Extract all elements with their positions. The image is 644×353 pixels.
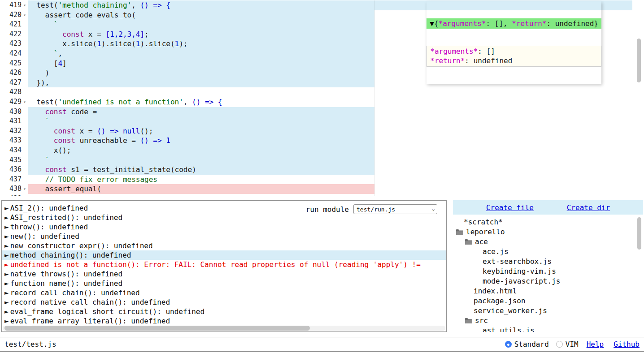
code-editor[interactable]: 419▾420▾421422423424425426427428429▾4304…	[0, 0, 644, 196]
value-inspector-tooltip: ▼{*arguments*: [], *return*: undefined} …	[426, 1, 601, 84]
run-module-select[interactable]: test/run.js	[353, 204, 437, 214]
fold-marker-icon[interactable]: ▾	[22, 184, 28, 194]
tree-item-leporello[interactable]: leporello	[453, 227, 643, 237]
tooltip-header[interactable]: ▼{*arguments*: [], *return*: undefined}	[426, 18, 601, 29]
tooltip-row: *arguments*: []	[430, 47, 598, 56]
gutter-line: 426	[0, 68, 28, 78]
result-label: undefined is not a function(): Error: FA…	[10, 260, 421, 269]
file-browser-header: Create file Create dir	[453, 200, 643, 215]
result-row[interactable]: ►ASI_restrited(): undefined	[2, 213, 446, 222]
tooltip-token: : undefined}	[546, 19, 598, 28]
code-line[interactable]: const x = () => null();	[28, 126, 632, 136]
fold-marker-icon[interactable]: ▾	[22, 0, 28, 10]
expand-arrow-icon[interactable]: ►	[4, 223, 9, 231]
expand-arrow-icon[interactable]: ►	[4, 298, 9, 306]
code-line[interactable]: `	[28, 155, 632, 165]
code-line[interactable]: test('undefined is not a function', () =…	[28, 97, 632, 107]
file-name: service_worker.js	[474, 306, 547, 316]
create-dir-link[interactable]: Create dir	[567, 203, 610, 212]
tree-item-package-json[interactable]: package.json	[453, 296, 643, 306]
code-line[interactable]	[28, 87, 632, 97]
result-label: native throws(): undefined	[10, 270, 122, 278]
create-file-link[interactable]: Create file	[486, 203, 534, 212]
code-token: const	[45, 165, 67, 174]
collapse-triangle-icon[interactable]: ▼	[430, 19, 434, 28]
code-token: ,	[183, 98, 192, 106]
fold-marker-icon[interactable]: ▾	[22, 97, 28, 107]
result-row[interactable]: ►method chaining(): undefined	[2, 250, 446, 260]
mode-option-vim[interactable]: VIM	[556, 340, 579, 349]
tree-item-src[interactable]: src	[453, 316, 643, 326]
tree-item-scratch[interactable]: *scratch*	[453, 217, 643, 227]
code-token: 'undefined is not a function'	[58, 98, 183, 106]
expand-arrow-icon[interactable]: ►	[4, 279, 9, 288]
mode-option-standard[interactable]: Standard	[505, 340, 549, 349]
code-token: () => {	[192, 98, 222, 106]
result-row[interactable]: ►undefined is not a function(): Error: F…	[2, 260, 446, 269]
result-row[interactable]: ►native throws(): undefined	[2, 269, 446, 279]
results-hscrollbar[interactable]	[3, 326, 445, 331]
files-scrollbar-thumb[interactable]	[637, 217, 641, 250]
expand-arrow-icon[interactable]: ►	[4, 288, 9, 297]
radio-vim[interactable]	[556, 341, 563, 348]
tree-item-index-html[interactable]: index.html	[453, 286, 643, 296]
code-line[interactable]: assert_equal(	[28, 184, 632, 194]
code-line[interactable]: s1.calltree.children[0].children[0].erro…	[28, 194, 632, 196]
result-row[interactable]: ►record native call chain(): undefined	[2, 297, 446, 307]
tree-item-ace-js[interactable]: ace.js	[453, 247, 643, 257]
file-name: keybinding-vim.js	[483, 267, 556, 276]
expand-arrow-icon[interactable]: ►	[4, 251, 9, 259]
line-number: 434	[9, 146, 22, 155]
code-line[interactable]: `	[28, 116, 632, 126]
expand-arrow-icon[interactable]: ►	[4, 204, 9, 212]
code-line[interactable]: const code =	[28, 107, 632, 117]
line-number: 433	[9, 136, 22, 146]
expand-arrow-icon[interactable]: ►	[4, 241, 9, 250]
code-token: assert_equal(	[28, 185, 101, 193]
code-line[interactable]: const unreachable = () => 1	[28, 136, 632, 146]
result-row[interactable]: ►new(): undefined	[2, 232, 446, 241]
results-hscrollbar-thumb[interactable]	[4, 326, 310, 331]
tooltip-value: : []	[478, 47, 495, 56]
expand-arrow-icon[interactable]: ►	[4, 232, 9, 241]
tree-item-keybinding-vim-js[interactable]: keybinding-vim.js	[453, 267, 643, 276]
file-name: ext-searchbox.js	[483, 257, 552, 267]
expand-arrow-icon[interactable]: ►	[4, 260, 9, 269]
code-token: () => 1	[140, 136, 170, 145]
tree-item-mode-javascript-js[interactable]: mode-javascript.js	[453, 276, 643, 286]
tooltip-token: : [],	[486, 19, 512, 28]
code-line[interactable]: x();	[28, 146, 632, 155]
code-token: s1.calltree.children[0].children[0].erro…	[28, 194, 270, 196]
result-row[interactable]: ►eval_frame array_literal(): undefined	[2, 316, 446, 326]
radio-standard[interactable]	[505, 341, 512, 348]
result-label: eval_frame array_literal(): undefined	[10, 317, 170, 325]
tree-item-service-worker-js[interactable]: service_worker.js	[453, 306, 643, 316]
result-row[interactable]: ►record call chain(): undefined	[2, 288, 446, 297]
code-line[interactable]: const s1 = test_initial_state(code)	[28, 165, 632, 175]
expand-arrow-icon[interactable]: ►	[4, 317, 9, 325]
result-row[interactable]: ►function name(): undefined	[2, 279, 446, 288]
tree-item-ace[interactable]: ace	[453, 237, 643, 247]
tree-item-ext-searchbox-js[interactable]: ext-searchbox.js	[453, 257, 643, 267]
gutter-line: 431	[0, 116, 28, 126]
expand-arrow-icon[interactable]: ►	[4, 270, 9, 278]
expand-arrow-icon[interactable]: ►	[4, 213, 9, 222]
editor-scrollbar-thumb[interactable]	[637, 39, 641, 82]
result-label: ASI_2(): undefined	[10, 204, 88, 212]
result-row[interactable]: ►new constructor expr(): undefined	[2, 241, 446, 250]
tree-item-ast-utils-js[interactable]: ast_utils.js	[453, 326, 643, 332]
code-token	[28, 156, 45, 164]
link-help[interactable]: Help	[587, 340, 604, 349]
statusbar-links: HelpGithub	[587, 340, 640, 349]
code-line[interactable]: // TODO fix error messages	[28, 175, 632, 185]
result-label: throw(): undefined	[10, 223, 88, 231]
code-token: // TODO fix error messages	[45, 175, 157, 184]
result-row[interactable]: ►throw(): undefined	[2, 222, 446, 232]
fold-marker-icon[interactable]: ▾	[22, 10, 28, 20]
expand-arrow-icon[interactable]: ►	[4, 307, 9, 316]
link-github[interactable]: Github	[614, 340, 640, 349]
code-token: `	[54, 20, 58, 29]
code-token: );	[179, 39, 187, 48]
code-token: `	[45, 117, 50, 125]
result-row[interactable]: ►eval_frame logical short circuit(): und…	[2, 307, 446, 316]
